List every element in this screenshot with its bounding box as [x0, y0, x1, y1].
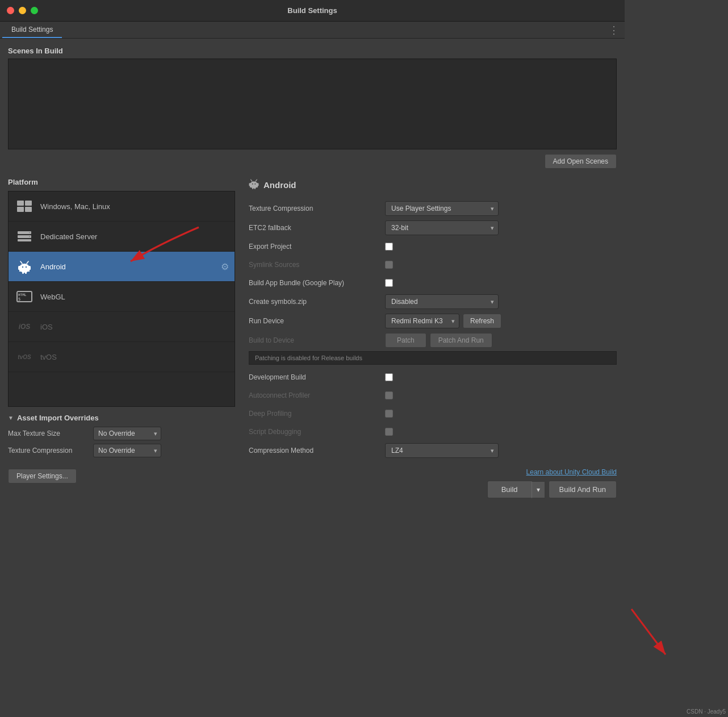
asset-overrides-header[interactable]: ▼ Asset Import Overrides — [8, 414, 235, 422]
switch-platform-icon: ⚙ — [221, 261, 229, 272]
minimize-button[interactable] — [19, 7, 26, 14]
run-device-select-wrap: Redmi Redmi K3 — [385, 314, 459, 328]
run-device-select[interactable]: Redmi Redmi K3 — [385, 314, 459, 328]
autoconnect-profiler-checkbox[interactable] — [385, 391, 393, 399]
left-panel: Platform Windows, Mac, Linux — [8, 178, 235, 498]
texture-compression-control: Use Player Settings — [385, 201, 617, 216]
platform-label: Platform — [8, 178, 235, 186]
collapse-arrow-icon: ▼ — [8, 415, 14, 421]
svg-line-31 — [256, 180, 257, 181]
build-to-device-controls: Patch Patch And Run — [385, 333, 492, 348]
deep-profiling-row: Deep Profiling — [249, 407, 617, 420]
etc2-fallback-select-wrap: 32-bit — [385, 220, 499, 235]
export-project-checkbox[interactable] — [385, 243, 393, 251]
build-and-run-button[interactable]: Build And Run — [549, 481, 617, 498]
platform-webgl-label: WebGL — [40, 293, 65, 301]
texture-compression-override-row: Texture Compression No Override — [8, 444, 235, 457]
svg-text:HTML: HTML — [18, 293, 27, 297]
build-settings-tab[interactable]: Build Settings — [2, 22, 62, 38]
platform-windows-label: Windows, Mac, Linux — [40, 202, 110, 211]
create-symbols-zip-control: Disabled — [385, 294, 617, 309]
add-open-scenes-button[interactable]: Add Open Scenes — [545, 154, 617, 169]
build-to-device-label: Build to Device — [249, 336, 385, 344]
platform-list: Windows, Mac, Linux Dedicated Server — [8, 191, 235, 407]
maximize-button[interactable] — [31, 7, 38, 14]
etc2-fallback-select[interactable]: 32-bit — [385, 220, 499, 235]
patch-note: Patching is disabled for Release builds — [249, 351, 617, 365]
script-debugging-label: Script Debugging — [249, 428, 385, 436]
tab-label: Build Settings — [11, 26, 53, 34]
window-controls[interactable] — [7, 7, 38, 14]
svg-rect-25 — [257, 183, 258, 186]
autoconnect-profiler-control — [385, 391, 617, 399]
build-button[interactable]: Build — [487, 481, 532, 498]
platform-item-ios: iOS iOS — [9, 312, 235, 342]
texture-compression-label: Texture Compression — [249, 205, 385, 212]
android-header: Android — [249, 178, 617, 192]
run-device-controls: Redmi Redmi K3 Refresh — [385, 314, 501, 328]
script-debugging-control — [385, 428, 617, 436]
max-texture-size-select-wrap: No Override — [93, 427, 161, 440]
windows-icon — [15, 197, 34, 215]
development-build-control — [385, 373, 617, 381]
build-app-bundle-row: Build App Bundle (Google Play) — [249, 276, 617, 290]
main-content: Scenes In Build Add Open Scenes Platform — [0, 39, 625, 498]
svg-text:5: 5 — [18, 297, 20, 302]
tvos-icon: tvOS — [15, 348, 34, 366]
learn-unity-cloud-link[interactable]: Learn about Unity Cloud Build — [249, 468, 617, 476]
platform-tvos-label: tvOS — [40, 353, 57, 361]
tab-menu-button[interactable]: ⋮ — [609, 25, 619, 35]
compression-method-select[interactable]: LZ4 — [385, 443, 499, 458]
platform-item-dedicated-server[interactable]: Dedicated Server — [9, 222, 235, 252]
add-scenes-row: Add Open Scenes — [8, 154, 617, 169]
close-button[interactable] — [7, 7, 14, 14]
player-settings-button[interactable]: Player Settings... — [8, 469, 77, 483]
symlink-sources-control — [385, 261, 617, 269]
etc2-fallback-label: ETC2 fallback — [249, 224, 385, 232]
compression-method-control: LZ4 — [385, 443, 617, 458]
ios-icon: iOS — [15, 318, 34, 336]
platform-item-webgl[interactable]: HTML 5 WebGL — [9, 282, 235, 312]
build-app-bundle-control — [385, 279, 617, 287]
autoconnect-profiler-row: Autoconnect Profiler — [249, 389, 617, 402]
compression-method-row: Compression Method LZ4 — [249, 443, 617, 458]
build-app-bundle-checkbox[interactable] — [385, 279, 393, 287]
svg-rect-26 — [252, 187, 253, 189]
symlink-sources-checkbox[interactable] — [385, 261, 393, 269]
create-symbols-zip-row: Create symbols.zip Disabled — [249, 294, 617, 309]
svg-line-17 — [20, 261, 22, 264]
svg-rect-0 — [17, 201, 24, 206]
player-settings-row: Player Settings... — [8, 469, 235, 483]
svg-point-8 — [29, 236, 30, 237]
platform-item-windows[interactable]: Windows, Mac, Linux — [9, 191, 235, 222]
asset-import-overrides: ▼ Asset Import Overrides Max Texture Siz… — [8, 414, 235, 461]
patch-and-run-button[interactable]: Patch And Run — [430, 333, 492, 348]
script-debugging-checkbox[interactable] — [385, 428, 393, 436]
texture-compression-select[interactable]: Use Player Settings — [385, 201, 499, 216]
svg-point-15 — [22, 266, 23, 268]
compression-method-label: Compression Method — [249, 447, 385, 455]
platform-dedicated-server-label: Dedicated Server — [40, 232, 97, 241]
svg-rect-11 — [18, 266, 20, 270]
window-title: Build Settings — [287, 6, 337, 15]
patch-button[interactable]: Patch — [385, 333, 426, 348]
create-symbols-zip-select[interactable]: Disabled — [385, 294, 499, 309]
svg-rect-14 — [25, 271, 27, 274]
title-bar: Build Settings — [0, 0, 625, 22]
svg-rect-3 — [25, 207, 32, 212]
texture-compression-override-select[interactable]: No Override — [93, 444, 161, 457]
development-build-checkbox[interactable] — [385, 373, 393, 381]
max-texture-size-select[interactable]: No Override — [93, 427, 161, 440]
texture-compression-row: Texture Compression Use Player Settings — [249, 201, 617, 216]
asset-overrides-label: Asset Import Overrides — [17, 414, 99, 422]
svg-point-28 — [252, 184, 253, 185]
webgl-icon: HTML 5 — [15, 287, 34, 306]
refresh-button[interactable]: Refresh — [463, 314, 501, 328]
svg-point-16 — [26, 266, 27, 268]
platform-item-android[interactable]: Android ⚙ — [9, 252, 235, 282]
svg-point-7 — [29, 232, 30, 234]
bottom-section: Platform Windows, Mac, Linux — [8, 178, 617, 498]
deep-profiling-checkbox[interactable] — [385, 410, 393, 418]
texture-compression-select-wrap: Use Player Settings — [385, 201, 499, 216]
build-dropdown-arrow[interactable]: ▾ — [532, 481, 545, 498]
